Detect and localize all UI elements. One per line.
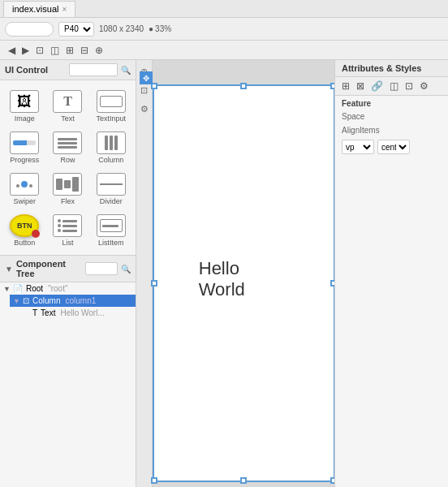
left-panel: UI Control 🔍 🖼 Image T Text — [0, 60, 136, 487]
list-control-icon — [53, 214, 82, 237]
list-inner-icon — [58, 219, 77, 232]
device-frame-inner: ✥ Hello World — [154, 86, 334, 481]
control-item-flex[interactable]: Flex — [46, 168, 88, 209]
text-control-icon: T — [53, 90, 82, 113]
component-tree-section: ▼ Component Tree 🔍 ▼ 📄 Root "root" ▼ ⊡ C… — [0, 255, 136, 487]
tree-item-root-name: Root — [26, 284, 43, 293]
canvas-inner: ⊕ ⊡ ⚙ — [136, 60, 334, 487]
move-handle[interactable]: ✥ — [140, 71, 153, 84]
device-select[interactable]: P40 — [58, 22, 94, 37]
button-control-icon: BTN — [10, 214, 39, 237]
nav-back-button[interactable]: ◀ — [6, 45, 17, 56]
toolbar-icon2[interactable]: ◫ — [49, 45, 61, 56]
toolbar-icon5[interactable]: ⊕ — [93, 45, 105, 56]
right-toolbar-gear[interactable]: ⚙ — [418, 80, 430, 93]
alignitems-label: AlignItems — [342, 126, 382, 135]
text-label: Text — [61, 114, 75, 123]
right-toolbar-icon2[interactable]: ⊠ — [355, 80, 366, 93]
handle-tm[interactable] — [240, 83, 247, 89]
device-frame: ✥ Hello World — [153, 84, 335, 482]
handle-mr[interactable] — [330, 280, 335, 287]
row-control-icon — [53, 131, 82, 154]
component-tree-title: Component Tree — [16, 259, 82, 278]
swiper-dots-icon — [16, 181, 32, 187]
row-lines-icon — [58, 138, 77, 149]
center-select[interactable]: center — [377, 140, 410, 154]
space-label: Space — [342, 112, 382, 121]
right-toolbar-icon5[interactable]: ⊡ — [403, 80, 415, 93]
ui-control-header: UI Control 🔍 — [0, 60, 136, 80]
canvas-area: ⊕ ⊡ ⚙ — [136, 60, 334, 487]
swiper-control-icon — [10, 173, 39, 196]
resolution-label: 1080 x 2340 — [99, 24, 144, 33]
tree-item-text-name: Text — [41, 308, 55, 317]
tree-body: ▼ 📄 Root "root" ▼ ⊡ Column column1 T Tex… — [0, 282, 136, 487]
textinput-control-icon — [97, 90, 126, 113]
handle-tr[interactable] — [330, 83, 335, 89]
textinput-inner-icon — [100, 96, 123, 107]
right-toolbar-icon4[interactable]: ◫ — [388, 80, 400, 93]
right-toolbar-icon1[interactable]: ⊞ — [340, 80, 351, 93]
search-icon: 🔍 — [121, 66, 131, 75]
tab-bar: index.visual × — [0, 0, 448, 18]
toolbar-icon1[interactable]: ⊡ — [34, 45, 45, 56]
handle-bl[interactable] — [151, 477, 157, 484]
control-item-text[interactable]: T Text — [46, 85, 88, 126]
tab-index-visual[interactable]: index.visual × — [3, 1, 75, 17]
vp-select[interactable]: vp — [342, 140, 374, 154]
main-layout: UI Control 🔍 🖼 Image T Text — [0, 60, 448, 487]
row-label: Row — [60, 156, 75, 164]
tree-search-input[interactable] — [85, 262, 118, 275]
space-row: Space — [335, 110, 448, 123]
hello-world-text: Hello World — [199, 258, 289, 300]
flex-control-icon — [53, 173, 82, 196]
tree-search-icon: 🔍 — [121, 265, 131, 274]
image-control-icon: 🖼 — [10, 90, 39, 113]
progress-control-icon — [10, 131, 39, 154]
right-panel-header: Attributes & Styles — [335, 60, 448, 77]
control-item-button[interactable]: BTN Button — [3, 209, 45, 250]
top-bar-search[interactable] — [5, 22, 54, 37]
textinput-label: TextInput — [97, 114, 127, 123]
control-item-divider[interactable]: Divider — [90, 168, 132, 209]
tree-icon-text: T — [32, 308, 37, 317]
tab-label: index.visual — [12, 4, 58, 14]
tab-close-button[interactable]: × — [62, 5, 67, 14]
text-symbol: T — [63, 94, 72, 109]
nav-forward-button[interactable]: ▶ — [20, 45, 31, 56]
column-control-icon — [97, 131, 126, 154]
listitem-label: ListItem — [98, 239, 124, 247]
control-item-swiper[interactable]: Swiper — [3, 168, 45, 209]
zoom-indicator: ● 33% — [149, 24, 171, 33]
divider-control-icon — [97, 173, 126, 196]
ui-control-search[interactable] — [69, 63, 118, 76]
tree-item-column[interactable]: ▼ ⊡ Column column1 — [10, 295, 136, 307]
handle-br[interactable] — [330, 477, 335, 484]
control-item-column[interactable]: Column — [90, 127, 132, 167]
top-bar: P40 1080 x 2340 ● 33% — [0, 18, 448, 41]
handle-ml[interactable] — [151, 280, 157, 287]
side-icon-btn-2[interactable]: ⊡ — [139, 84, 149, 97]
right-toolbar-icon3[interactable]: 🔗 — [369, 80, 385, 93]
control-item-listitem[interactable]: ListItem — [90, 209, 132, 250]
tree-item-text[interactable]: T Text Hello Worl... — [19, 307, 136, 319]
right-panel: Attributes & Styles ⊞ ⊠ 🔗 ◫ ⊡ ⚙ Feature … — [334, 60, 448, 487]
side-icon-btn-3[interactable]: ⚙ — [139, 102, 150, 116]
tree-collapse-icon[interactable]: ▼ — [5, 265, 13, 274]
divider-label: Divider — [100, 197, 123, 205]
tree-item-root[interactable]: ▼ 📄 Root "root" — [0, 282, 136, 295]
tree-item-column-name: Column — [32, 296, 60, 305]
listitem-inner-icon — [100, 219, 123, 232]
vp-row: vp center — [335, 137, 448, 157]
toolbar-icon3[interactable]: ⊞ — [64, 45, 75, 56]
toolbar-icon4[interactable]: ⊟ — [79, 45, 90, 56]
control-item-list[interactable]: List — [46, 209, 88, 250]
control-item-progress[interactable]: Progress — [3, 127, 45, 167]
control-item-textinput[interactable]: TextInput — [90, 85, 132, 126]
control-item-image[interactable]: 🖼 Image — [3, 85, 45, 126]
handle-bm[interactable] — [240, 477, 247, 484]
tree-icon-root: 📄 — [13, 284, 23, 293]
listitem-control-icon — [97, 214, 126, 237]
right-panel-toolbar: ⊞ ⊠ 🔗 ◫ ⊡ ⚙ — [335, 77, 448, 96]
control-item-row[interactable]: Row — [46, 127, 88, 167]
